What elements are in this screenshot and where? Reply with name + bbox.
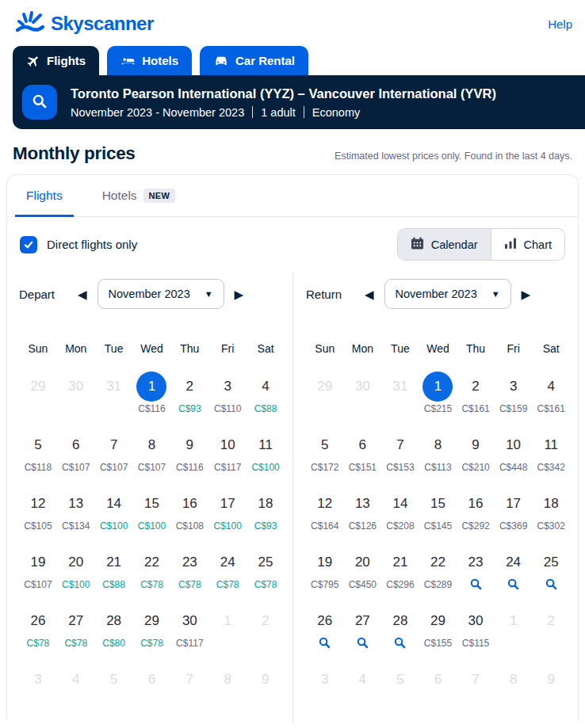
next-month-button[interactable]: ▶: [518, 285, 534, 303]
tab-hotels[interactable]: Hotels: [107, 46, 192, 75]
day-number: 28: [99, 606, 129, 636]
day-number: 12: [310, 489, 340, 519]
calendar-day-cell[interactable]: 7C$153: [381, 430, 419, 474]
calendar-day-cell[interactable]: 12C$164: [306, 489, 344, 532]
skyscanner-logo[interactable]: Skyscanner: [16, 10, 154, 38]
price-label: C$78: [254, 577, 277, 591]
next-month-button[interactable]: ▶: [231, 285, 247, 303]
calendar-day-cell[interactable]: 24: [495, 547, 533, 591]
calendar-day-cell[interactable]: 19C$107: [19, 547, 57, 591]
calendar-day-cell[interactable]: 10C$448: [495, 430, 533, 474]
prev-month-button[interactable]: ◀: [361, 285, 377, 303]
calendar-day-cell[interactable]: 11C$342: [532, 430, 570, 474]
calendar-day-cell[interactable]: 6C$107: [57, 430, 95, 474]
calendar-day-cell[interactable]: 23: [457, 547, 495, 591]
calendar-day-cell[interactable]: 14C$100: [95, 489, 133, 532]
calendar-day-cell[interactable]: 18C$93: [247, 489, 285, 532]
panel-tab-hotels[interactable]: Hotels NEW: [91, 175, 187, 216]
calendar-day-cell: 7: [170, 665, 208, 708]
calendar-day-cell[interactable]: 14C$208: [381, 489, 419, 532]
day-number: 4: [347, 665, 377, 695]
calendar-day-cell[interactable]: 21C$296: [381, 547, 419, 591]
day-number: 23: [174, 547, 205, 577]
calendar-view-button[interactable]: Calendar: [398, 229, 491, 260]
calendar-day-cell[interactable]: 5C$172: [306, 430, 344, 474]
calendar-day-cell[interactable]: 13C$126: [344, 489, 382, 532]
calendar-day-cell[interactable]: 2C$93: [170, 372, 208, 415]
calendar-day-cell[interactable]: 4C$161: [532, 372, 570, 415]
calendar-day-cell[interactable]: 20C$100: [57, 547, 95, 591]
day-number: 1: [499, 606, 529, 636]
calendar-day-cell[interactable]: 4C$88: [247, 372, 285, 415]
month-select[interactable]: November 2023 ▼: [384, 279, 511, 309]
calendar-day-cell[interactable]: 17C$369: [495, 489, 533, 532]
calendar-day-cell[interactable]: 29C$155: [419, 606, 457, 650]
tab-car-rental[interactable]: Car Rental: [200, 46, 308, 75]
depart-label: Depart: [19, 288, 57, 301]
calendar-day-cell[interactable]: 17C$100: [208, 489, 247, 532]
day-number: 31: [99, 372, 129, 402]
tab-car-rental-label: Car Rental: [235, 54, 295, 67]
calendar-day-cell[interactable]: 1C$215: [419, 372, 457, 415]
day-number: 18: [536, 489, 566, 519]
calendar-day-cell[interactable]: 21C$88: [95, 547, 133, 591]
calendar-day-cell[interactable]: 26C$78: [19, 606, 57, 650]
calendar-day-cell[interactable]: 6C$151: [344, 430, 382, 474]
calendar-day-cell[interactable]: 16C$292: [457, 489, 495, 532]
calendar-day-cell[interactable]: 25C$78: [247, 547, 285, 591]
tab-flights[interactable]: Flights: [13, 46, 99, 75]
calendar-day-cell[interactable]: 29C$78: [133, 606, 171, 650]
calendar-day-cell[interactable]: 8C$107: [133, 430, 171, 474]
calendar-day-cell[interactable]: 13C$134: [57, 489, 95, 532]
calendar-day-cell[interactable]: 12C$105: [19, 489, 57, 532]
day-number: 21: [385, 547, 415, 577]
calendar-day-cell[interactable]: 3C$110: [208, 372, 247, 415]
weekday-label: Thu: [457, 342, 495, 355]
calendar-day-cell[interactable]: 27C$78: [57, 606, 95, 650]
weekday-label: Sun: [306, 342, 344, 355]
calendar-day-cell[interactable]: 20C$450: [344, 547, 382, 591]
calendar-day-cell[interactable]: 23C$78: [170, 547, 208, 591]
calendar-day-cell[interactable]: 26: [306, 606, 344, 650]
calendar-day-cell[interactable]: 28C$80: [95, 606, 133, 650]
panel-tab-flights-label: Flights: [26, 189, 63, 203]
calendar-day-cell[interactable]: 10C$117: [208, 430, 247, 474]
weekday-label: Thu: [170, 342, 208, 355]
calendar-day-cell: 3: [19, 665, 57, 708]
day-number: 10: [212, 430, 243, 460]
calendar-day-cell[interactable]: 19C$795: [306, 547, 344, 591]
search-button[interactable]: [22, 85, 57, 120]
calendar-day-cell[interactable]: 30C$115: [457, 606, 495, 650]
calendar-day-cell[interactable]: 25: [532, 547, 570, 591]
calendar-day-cell[interactable]: 5C$118: [19, 430, 57, 474]
calendar-day-cell[interactable]: 3C$159: [495, 372, 533, 415]
calendar-day-cell[interactable]: 9C$210: [457, 430, 495, 474]
calendar-day-cell[interactable]: 15C$145: [419, 489, 457, 532]
calendar-day-cell[interactable]: 9C$116: [170, 430, 208, 474]
calendar-day-cell[interactable]: 16C$108: [170, 489, 208, 532]
calendar-day-cell[interactable]: 30C$117: [170, 606, 208, 650]
price-label: C$107: [100, 460, 128, 474]
calendar-day-cell[interactable]: 11C$100: [247, 430, 285, 474]
panel-tab-flights[interactable]: Flights: [15, 175, 74, 216]
calendar-day-cell[interactable]: 7C$107: [95, 430, 133, 474]
direct-flights-checkbox[interactable]: Direct flights only: [20, 236, 137, 253]
view-toggle: Calendar Chart: [397, 228, 565, 261]
calendar-day-cell[interactable]: 22C$289: [419, 547, 457, 591]
calendar-day-cell[interactable]: 22C$78: [133, 547, 171, 591]
calendar-day-cell[interactable]: 18C$302: [532, 489, 570, 532]
search-summary[interactable]: Toronto Pearson International (YYZ) – Va…: [71, 86, 496, 119]
calendar-day-cell[interactable]: 15C$100: [133, 489, 171, 532]
help-link[interactable]: Help: [548, 17, 572, 31]
calendar-day-cell[interactable]: 1C$116: [133, 372, 171, 415]
month-select[interactable]: November 2023 ▼: [98, 279, 224, 309]
prev-month-button[interactable]: ◀: [75, 285, 90, 303]
calendar-day-cell[interactable]: 2C$161: [457, 372, 495, 415]
day-number: 5: [99, 665, 129, 695]
calendar-day-cell[interactable]: 27: [344, 606, 382, 650]
price-label: C$116: [138, 402, 165, 415]
calendar-day-cell[interactable]: 28: [381, 606, 419, 650]
chart-view-button[interactable]: Chart: [491, 229, 564, 260]
calendar-day-cell[interactable]: 8C$113: [419, 430, 457, 474]
calendar-day-cell[interactable]: 24C$78: [208, 547, 247, 591]
